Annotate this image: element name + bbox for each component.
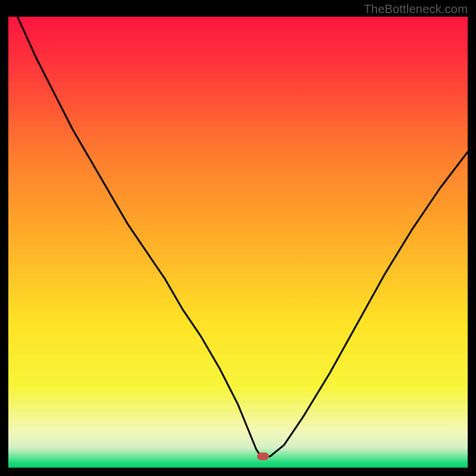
bottleneck-marker xyxy=(257,453,269,461)
watermark-text: TheBottleneck.com xyxy=(364,2,468,16)
plot-frame xyxy=(8,17,468,468)
bottleneck-chart xyxy=(8,17,468,468)
gradient-background xyxy=(8,17,468,468)
